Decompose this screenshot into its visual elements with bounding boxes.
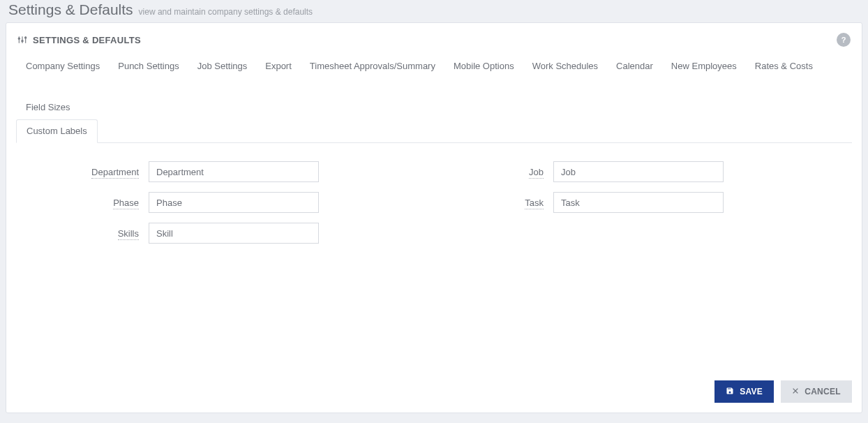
row-skills: Skills (44, 223, 365, 244)
save-label: SAVE (740, 387, 763, 396)
label-department: Department (44, 167, 149, 177)
tab-calendar[interactable]: Calendar (616, 55, 653, 78)
custom-labels-form: Department Phase Skills Job (16, 143, 852, 373)
tab-field-sizes[interactable]: Field Sizes (26, 96, 70, 119)
save-button[interactable]: SAVE (714, 380, 774, 403)
help-button[interactable]: ? (837, 33, 851, 47)
tab-work-schedules[interactable]: Work Schedules (532, 55, 598, 78)
tab-timesheet-approvals[interactable]: Timesheet Approvals/Summary (310, 55, 435, 78)
tab-punch-settings[interactable]: Punch Settings (118, 55, 179, 78)
svg-point-5 (25, 37, 27, 38)
panel-footer: SAVE CANCEL (16, 373, 852, 403)
input-department[interactable] (149, 161, 319, 182)
label-skills: Skills (44, 228, 149, 239)
input-task[interactable] (553, 192, 724, 213)
svg-point-3 (18, 38, 20, 39)
page-subtitle: view and maintain company settings & def… (139, 7, 313, 17)
label-task: Task (449, 198, 553, 208)
close-icon (792, 387, 799, 396)
row-task: Task (449, 192, 770, 213)
tab-rates-costs[interactable]: Rates & Costs (755, 55, 813, 78)
tab-company-settings[interactable]: Company Settings (26, 55, 100, 78)
panel-title: SETTINGS & DEFAULTS (33, 35, 141, 45)
row-department: Department (44, 161, 365, 182)
settings-panel: SETTINGS & DEFAULTS ? Company Settings P… (6, 22, 862, 413)
tab-export[interactable]: Export (265, 55, 292, 78)
svg-point-4 (22, 40, 23, 42)
panel-header: SETTINGS & DEFAULTS ? (16, 30, 852, 52)
sliders-icon (17, 35, 27, 45)
page-title: Settings & Defaults (8, 1, 133, 18)
tab-custom-labels[interactable]: Custom Labels (16, 119, 98, 143)
cancel-label: CANCEL (805, 387, 841, 396)
row-job: Job (449, 161, 770, 182)
input-skills[interactable] (149, 223, 319, 244)
label-job: Job (449, 167, 553, 177)
tabs: Company Settings Punch Settings Job Sett… (16, 52, 852, 143)
input-job[interactable] (553, 161, 724, 182)
label-phase: Phase (44, 198, 149, 208)
question-icon: ? (841, 36, 846, 44)
tab-new-employees[interactable]: New Employees (671, 55, 737, 78)
page-header: Settings & Defaults view and maintain co… (6, 0, 862, 22)
row-phase: Phase (44, 192, 365, 213)
tab-mobile-options[interactable]: Mobile Options (454, 55, 514, 78)
tab-job-settings[interactable]: Job Settings (197, 55, 248, 78)
cancel-button[interactable]: CANCEL (781, 380, 852, 403)
save-icon (726, 387, 734, 397)
input-phase[interactable] (149, 192, 319, 213)
